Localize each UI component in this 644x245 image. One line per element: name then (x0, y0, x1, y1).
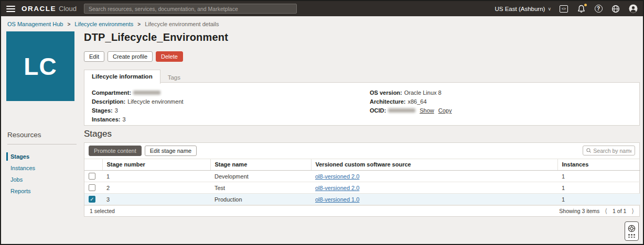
table-row-development[interactable]: 1 Development ol8-versioned 2.0 1 (84, 171, 640, 182)
ocid-copy-link[interactable]: Copy (438, 107, 452, 114)
instances-cell: 1 (557, 171, 640, 182)
next-page-icon[interactable]: ⟩ (631, 207, 634, 215)
header-versioned-source[interactable]: Versioned custom software source (311, 159, 557, 171)
stage-name-cell: Development (210, 171, 311, 182)
source-link[interactable]: ol8-versioned 1.0 (315, 196, 359, 203)
detail-description: Description: Lifecycle environment (92, 98, 370, 105)
source-link[interactable]: ol8-versioned 2.0 (315, 173, 359, 180)
stages-label: Stages: (92, 107, 113, 114)
breadcrumb-os-management-hub[interactable]: OS Management Hub (7, 21, 63, 27)
header-checkbox-cell (84, 159, 102, 171)
sidebar-item-stages[interactable]: Stages (7, 151, 77, 162)
cloud-shell-icon[interactable]: <> (559, 4, 568, 14)
detail-tabs: Lifecycle information Tags (84, 70, 188, 84)
resources-heading: Resources (7, 131, 77, 139)
breadcrumb-separator: > (67, 21, 70, 27)
hamburger-menu-icon[interactable] (6, 6, 15, 12)
promote-content-button[interactable]: Promote content (89, 146, 142, 156)
breadcrumb-lifecycle-environments[interactable]: Lifecycle environments (74, 21, 133, 27)
os-version-value: Oracle Linux 8 (404, 90, 442, 96)
sidebar-divider (7, 144, 77, 144)
life-ring-icon (628, 225, 636, 232)
table-header-row: Stage number Stage name Versioned custom… (84, 159, 640, 171)
create-profile-button[interactable]: Create profile (108, 51, 153, 62)
action-buttons: Edit Create profile Delete (84, 51, 183, 62)
keypad-dots-icon (628, 234, 635, 238)
table-row-production[interactable]: ✓ 3 Production ol8-versioned 1.0 1 (84, 194, 640, 205)
stages-toolbar: Promote content Edit stage name (84, 143, 639, 159)
help-icon[interactable]: ? (594, 4, 603, 14)
details-left-column: Compartment: Description: Lifecycle envi… (92, 90, 370, 118)
oracle-cloud-logo[interactable]: ORACLE Cloud (22, 5, 77, 13)
breadcrumb: OS Management Hub > Lifecycle environmen… (7, 21, 219, 27)
stage-name-cell: Test (210, 182, 311, 194)
header-stage-number[interactable]: Stage number (102, 159, 210, 171)
details-right-column: OS version: Oracle Linux 8 Architecture:… (370, 90, 456, 118)
ocid-show-link[interactable]: Show (420, 107, 434, 114)
compartment-value-redacted (133, 91, 160, 95)
selected-count: 1 selected (90, 208, 115, 214)
stages-table: Stage number Stage name Versioned custom… (84, 159, 640, 206)
description-label: Description: (92, 98, 125, 105)
architecture-label: Architecture: (370, 98, 405, 105)
instances-value: 3 (122, 116, 125, 122)
row-checkbox-checked[interactable]: ✓ (89, 196, 95, 203)
sidebar-item-jobs[interactable]: Jobs (7, 174, 77, 185)
stages-panel: Promote content Edit stage name Stage nu… (84, 142, 640, 217)
stage-name-cell: Production (210, 194, 311, 205)
instances-cell: 1 (557, 194, 640, 205)
edit-stage-name-button[interactable]: Edit stage name (145, 146, 197, 156)
main-content: DTP_Lifecycle_Environment Edit Create pr… (84, 31, 640, 43)
delete-button[interactable]: Delete (156, 51, 183, 62)
compartment-label: Compartment: (92, 90, 131, 96)
notifications-bell-icon[interactable] (576, 4, 586, 14)
table-row-test[interactable]: 2 Test ol8-versioned 2.0 1 (84, 182, 640, 194)
detail-compartment: Compartment: (92, 90, 370, 96)
brand-cloud: Cloud (59, 5, 77, 13)
topbar-right: US East (Ashburn) ∨ <> ? (495, 4, 638, 14)
resources-sidebar: Resources Stages Instances Jobs Reports (7, 131, 77, 197)
assistance-widget[interactable] (625, 221, 639, 241)
detail-architecture: Architecture: x86_64 (370, 98, 456, 105)
notification-dot (584, 4, 587, 6)
brand-oracle: ORACLE (22, 5, 56, 13)
search-icon (586, 148, 591, 153)
showing-items: Showing 3 items (559, 208, 599, 214)
table-footer: 1 selected Showing 3 items ⟨ 1 of 1 ⟩ (84, 205, 639, 216)
lifecycle-information-panel: Compartment: Description: Lifecycle envi… (84, 82, 640, 126)
topbar: ORACLE Cloud US East (Ashburn) ∨ <> ? (1, 1, 643, 16)
ocid-label: OCID: (370, 107, 386, 114)
oracle-cloud-console: ORACLE Cloud US East (Ashburn) ∨ <> ? OS (0, 0, 644, 245)
os-version-label: OS version: (370, 90, 402, 96)
instances-label: Instances: (92, 116, 120, 122)
stage-search-input[interactable] (593, 148, 631, 154)
tab-lifecycle-information[interactable]: Lifecycle information (84, 70, 160, 84)
prev-page-icon[interactable]: ⟨ (605, 207, 607, 215)
profile-avatar-icon[interactable] (628, 4, 638, 14)
source-link[interactable]: ol8-versioned 2.0 (315, 185, 359, 191)
stages-section-title: Stages (84, 129, 112, 139)
detail-ocid: OCID: Show Copy (370, 107, 456, 114)
ocid-value-redacted (388, 108, 415, 113)
language-globe-icon[interactable] (611, 4, 620, 14)
pagination: Showing 3 items ⟨ 1 of 1 ⟩ (559, 207, 634, 215)
breadcrumb-current: Lifecycle environment details (145, 21, 219, 27)
detail-instances: Instances: 3 (92, 116, 370, 122)
sidebar-item-reports[interactable]: Reports (7, 185, 77, 197)
row-checkbox[interactable] (89, 173, 95, 180)
sidebar-item-instances[interactable]: Instances (7, 162, 77, 174)
instances-cell: 1 (557, 182, 640, 194)
architecture-value: x86_64 (407, 98, 426, 105)
row-checkbox[interactable] (89, 184, 95, 191)
header-instances[interactable]: Instances (557, 159, 640, 171)
header-stage-name[interactable]: Stage name (210, 159, 311, 171)
lifecycle-avatar: LC (6, 31, 74, 101)
region-selector[interactable]: US East (Ashburn) ∨ (495, 6, 551, 12)
edit-button[interactable]: Edit (84, 51, 104, 62)
breadcrumb-separator: > (137, 21, 141, 27)
detail-stages: Stages: 3 (92, 107, 370, 114)
description-value: Lifecycle environment (127, 98, 183, 105)
stage-search-box (583, 146, 635, 155)
global-search-input[interactable] (84, 4, 297, 14)
page-title: DTP_Lifecycle_Environment (84, 31, 640, 43)
